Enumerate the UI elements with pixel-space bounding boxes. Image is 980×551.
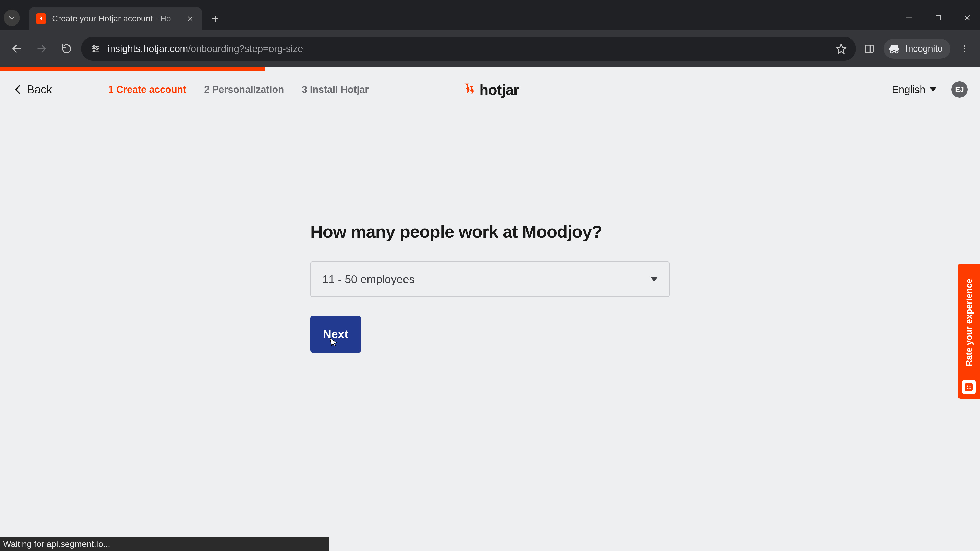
incognito-label: Incognito	[905, 43, 943, 54]
browser-tabstrip: Create your Hotjar account - Ho	[0, 0, 980, 30]
site-settings-icon[interactable]	[89, 43, 102, 55]
window-controls	[900, 9, 977, 27]
onboarding-steps: 1 Create account 2 Personalization 3 Ins…	[108, 84, 369, 95]
chrome-menu-icon[interactable]	[956, 40, 974, 58]
onboarding-header: Back 1 Create account 2 Personalization …	[0, 67, 980, 112]
svg-point-14	[96, 48, 98, 50]
svg-point-25	[964, 51, 966, 52]
tab-favicon-hotjar-icon	[36, 13, 46, 24]
side-panel-icon[interactable]	[860, 40, 878, 58]
incognito-icon	[887, 41, 901, 56]
language-selector[interactable]: English	[892, 84, 936, 95]
feedback-label: Rate your experience	[964, 268, 974, 377]
language-label: English	[892, 84, 925, 95]
org-size-select[interactable]: 11 - 50 employees	[310, 262, 670, 297]
svg-point-28	[969, 386, 970, 387]
nav-reload-button[interactable]	[56, 38, 77, 59]
url-text: insights.hotjar.com/onboarding?step=org-…	[108, 43, 829, 54]
mouse-cursor-icon	[329, 336, 339, 346]
search-tabs-button[interactable]	[3, 10, 20, 26]
svg-point-15	[93, 50, 95, 52]
back-label: Back	[27, 83, 52, 96]
org-size-heading: How many people work at Moodjoy?	[310, 222, 670, 241]
step-install-hotjar[interactable]: 3 Install Hotjar	[302, 84, 369, 95]
window-close-button[interactable]	[958, 9, 977, 27]
tab-title: Create your Hotjar account - Ho	[52, 14, 184, 24]
nav-back-button[interactable]	[6, 38, 27, 59]
step-personalization[interactable]: 2 Personalization	[204, 84, 284, 95]
caret-down-icon	[651, 277, 658, 282]
bookmark-star-icon[interactable]	[835, 42, 848, 56]
svg-marker-16	[837, 44, 846, 54]
address-bar[interactable]: insights.hotjar.com/onboarding?step=org-…	[81, 37, 856, 61]
svg-point-19	[891, 50, 893, 53]
svg-rect-26	[965, 383, 973, 391]
svg-rect-17	[865, 45, 873, 52]
svg-point-20	[895, 50, 898, 53]
onboarding-main: How many people work at Moodjoy? 11 - 50…	[0, 112, 980, 551]
status-text: Waiting for api.segment.io...	[3, 539, 110, 549]
hotjar-logo[interactable]: hotjar	[461, 81, 519, 98]
org-size-card: How many people work at Moodjoy? 11 - 50…	[310, 222, 670, 551]
svg-rect-5	[936, 16, 940, 20]
new-tab-button[interactable]	[209, 13, 221, 25]
svg-point-23	[964, 45, 966, 47]
incognito-chip[interactable]: Incognito	[883, 39, 950, 59]
page-viewport: Back 1 Create account 2 Personalization …	[0, 67, 980, 551]
tab-close-icon[interactable]	[185, 14, 195, 24]
svg-point-13	[93, 46, 95, 48]
url-host: insights.hotjar.com	[108, 43, 188, 54]
svg-rect-22	[890, 48, 899, 49]
hotjar-wordmark: hotjar	[479, 81, 519, 98]
svg-point-27	[967, 386, 968, 387]
feedback-side-tab[interactable]: Rate your experience	[958, 264, 980, 399]
url-path: /onboarding?step=org-size	[188, 43, 303, 54]
next-button[interactable]: Next	[310, 316, 361, 353]
browser-tab[interactable]: Create your Hotjar account - Ho	[29, 7, 202, 30]
chevron-left-icon	[12, 84, 24, 95]
nav-forward-button[interactable]	[31, 38, 52, 59]
step-create-account[interactable]: 1 Create account	[108, 84, 186, 95]
feedback-face-icon	[962, 380, 976, 394]
org-size-value: 11 - 50 employees	[322, 273, 415, 286]
avatar-initials: EJ	[955, 86, 964, 94]
svg-point-24	[964, 48, 966, 49]
hotjar-flame-icon	[461, 83, 475, 97]
back-button[interactable]: Back	[12, 83, 52, 96]
browser-toolbar: insights.hotjar.com/onboarding?step=org-…	[0, 30, 980, 67]
user-avatar[interactable]: EJ	[951, 81, 968, 98]
browser-status-bar: Waiting for api.segment.io...	[0, 537, 329, 551]
window-maximize-button[interactable]	[929, 9, 947, 27]
caret-down-icon	[930, 87, 936, 92]
window-minimize-button[interactable]	[900, 9, 918, 27]
